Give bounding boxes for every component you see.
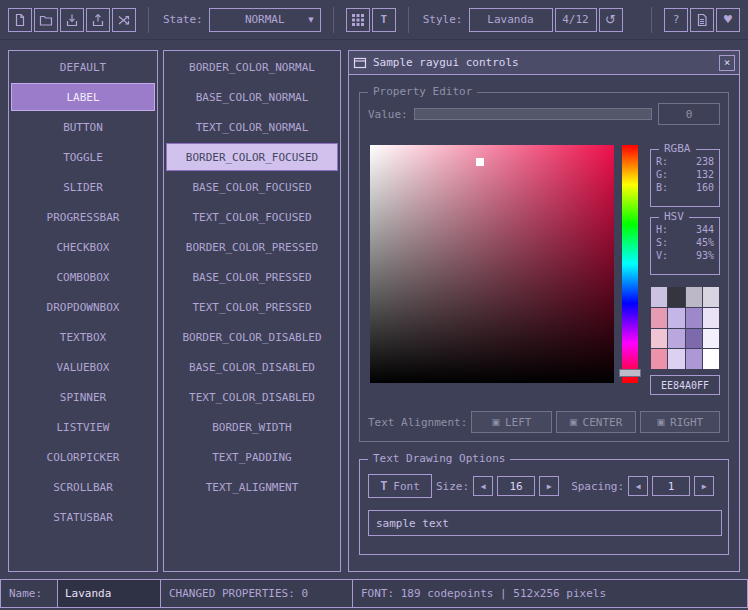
color-swatch[interactable] <box>651 287 667 307</box>
color-swatch[interactable] <box>686 308 702 328</box>
text-drawing-options-title: Text Drawing Options <box>368 452 510 465</box>
random-style-button[interactable] <box>112 8 136 32</box>
color-swatch[interactable] <box>703 308 719 328</box>
property-list-item-label: BASE_COLOR_FOCUSED <box>192 181 311 194</box>
spacing-value-box[interactable]: 1 <box>652 476 690 496</box>
hue-bar[interactable] <box>622 145 638 383</box>
control-list-item[interactable]: LISTVIEW <box>11 413 155 441</box>
control-list-item-label: LISTVIEW <box>57 421 110 434</box>
property-list-item-label: TEXT_COLOR_DISABLED <box>189 391 315 404</box>
color-swatch[interactable] <box>668 287 684 307</box>
help-icon: ? <box>673 13 680 26</box>
spacing-decrease-button[interactable]: ◀ <box>628 476 648 496</box>
font-atlas-button[interactable]: T <box>372 8 396 32</box>
color-swatch[interactable] <box>651 308 667 328</box>
property-list-item[interactable]: BASE_COLOR_DISABLED <box>166 353 338 381</box>
hue-slider-handle[interactable] <box>619 369 641 377</box>
color-swatch[interactable] <box>703 349 719 369</box>
control-list-item[interactable]: SPINNER <box>11 383 155 411</box>
property-list-item[interactable]: TEXT_ALIGNMENT <box>166 473 338 501</box>
sv-panel[interactable] <box>370 145 614 383</box>
color-swatch[interactable] <box>668 308 684 328</box>
control-list-item-label: SLIDER <box>63 181 103 194</box>
property-list-item[interactable]: TEXT_COLOR_PRESSED <box>166 293 338 321</box>
control-list-item[interactable]: LABEL <box>11 83 155 111</box>
style-selector[interactable]: Lavanda <box>469 8 553 32</box>
reload-style-button[interactable]: ↺ <box>599 8 623 32</box>
property-list-item[interactable]: BASE_COLOR_PRESSED <box>166 263 338 291</box>
load-style-button[interactable] <box>34 8 58 32</box>
save-style-button[interactable] <box>60 8 84 32</box>
control-list-item[interactable]: CHECKBOX <box>11 233 155 261</box>
alignment-button: ▣ CENTER <box>556 411 636 433</box>
help-button[interactable]: ? <box>664 8 688 32</box>
color-swatch[interactable] <box>686 287 702 307</box>
rgba-title: RGBA <box>659 142 696 155</box>
sv-cursor[interactable] <box>476 158 484 166</box>
rgba-red-row: R: 238 <box>651 155 719 168</box>
save-icon <box>65 13 79 27</box>
property-list-item[interactable]: TEXT_COLOR_DISABLED <box>166 383 338 411</box>
text-drawing-options-group: Text Drawing Options T Font Size: ◀ 16 ▶… <box>359 459 729 555</box>
window-titlebar[interactable]: Sample raygui controls × <box>349 51 739 75</box>
text-tool-icon: T <box>380 13 387 26</box>
chevron-down-icon: ▼ <box>308 16 313 24</box>
style-name-input[interactable] <box>57 579 161 608</box>
hex-value-box[interactable]: EE84A0FF <box>650 375 720 395</box>
property-list-item[interactable]: TEXT_COLOR_NORMAL <box>166 113 338 141</box>
property-list-item-label: TEXT_COLOR_FOCUSED <box>192 211 311 224</box>
control-list-item[interactable]: SCROLLBAR <box>11 473 155 501</box>
property-list-item[interactable]: BORDER_COLOR_PRESSED <box>166 233 338 261</box>
control-list-item[interactable]: PROGRESSBAR <box>11 203 155 231</box>
color-swatch[interactable] <box>668 349 684 369</box>
color-swatch[interactable] <box>668 329 684 349</box>
property-list-item[interactable]: BASE_COLOR_FOCUSED <box>166 173 338 201</box>
sample-text-input[interactable] <box>368 510 722 536</box>
properties-list: BORDER_COLOR_NORMAL BASE_COLOR_NORMAL TE… <box>163 50 341 572</box>
control-list-item-label: PROGRESSBAR <box>47 211 120 224</box>
property-list-item[interactable]: TEXT_COLOR_FOCUSED <box>166 203 338 231</box>
color-swatch[interactable] <box>651 329 667 349</box>
alignment-button: ▣ LEFT <box>471 411 551 433</box>
control-list-item[interactable]: STATUSBAR <box>11 503 155 531</box>
property-list-item[interactable]: BORDER_COLOR_NORMAL <box>166 53 338 81</box>
property-list-item[interactable]: BASE_COLOR_NORMAL <box>166 83 338 111</box>
property-editor-title: Property Editor <box>368 85 477 98</box>
color-swatch[interactable] <box>686 349 702 369</box>
size-label: Size: <box>436 480 469 493</box>
control-list-item[interactable]: TOGGLE <box>11 143 155 171</box>
state-dropdown[interactable]: NORMAL ▼ <box>209 8 321 32</box>
property-list-item[interactable]: BORDER_COLOR_FOCUSED <box>166 143 338 171</box>
heart-icon: ♥ <box>723 14 733 25</box>
color-swatch[interactable] <box>686 329 702 349</box>
control-list-item[interactable]: DEFAULT <box>11 53 155 81</box>
export-style-button[interactable] <box>86 8 110 32</box>
alignment-button-label: RIGHT <box>670 416 703 429</box>
about-button[interactable] <box>690 8 714 32</box>
control-list-item[interactable]: DROPDOWNBOX <box>11 293 155 321</box>
control-list-item-label: SCROLLBAR <box>53 481 113 494</box>
style-table-button[interactable] <box>346 8 370 32</box>
size-value-box[interactable]: 16 <box>497 476 535 496</box>
name-statusbar: Name: <box>0 579 58 608</box>
control-list-item[interactable]: SLIDER <box>11 173 155 201</box>
color-swatch[interactable] <box>651 349 667 369</box>
font-button[interactable]: T Font <box>368 474 432 498</box>
spacing-increase-button[interactable]: ▶ <box>694 476 714 496</box>
new-style-button[interactable] <box>8 8 32 32</box>
folder-open-icon <box>39 13 53 27</box>
close-button[interactable]: × <box>719 55 735 71</box>
size-decrease-button[interactable]: ◀ <box>473 476 493 496</box>
control-list-item[interactable]: BUTTON <box>11 113 155 141</box>
color-swatch[interactable] <box>703 287 719 307</box>
property-list-item[interactable]: TEXT_PADDING <box>166 443 338 471</box>
color-swatch[interactable] <box>703 329 719 349</box>
control-list-item[interactable]: COLORPICKER <box>11 443 155 471</box>
property-list-item[interactable]: BORDER_WIDTH <box>166 413 338 441</box>
property-list-item[interactable]: BORDER_COLOR_DISABLED <box>166 323 338 351</box>
control-list-item[interactable]: TEXTBOX <box>11 323 155 351</box>
sponsor-button[interactable]: ♥ <box>716 8 740 32</box>
control-list-item[interactable]: VALUEBOX <box>11 353 155 381</box>
control-list-item[interactable]: COMBOBOX <box>11 263 155 291</box>
size-increase-button[interactable]: ▶ <box>539 476 559 496</box>
